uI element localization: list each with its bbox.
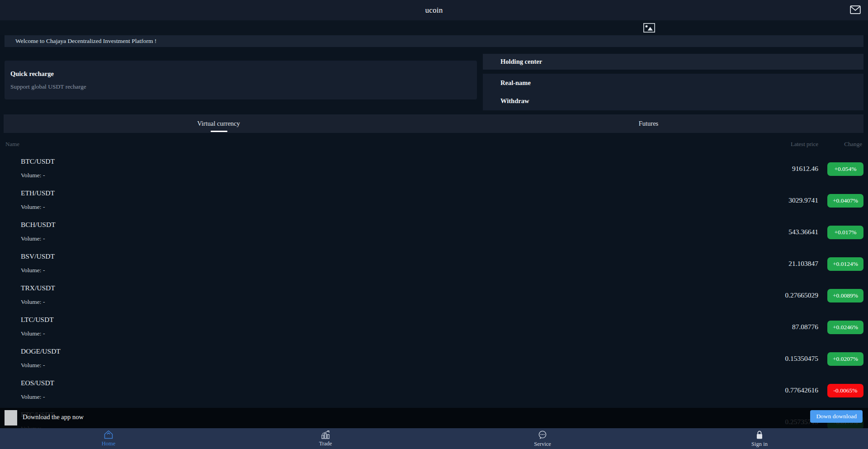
broken-image-icon — [643, 23, 655, 33]
volume: Volume: - — [21, 393, 45, 401]
nav-sign-in[interactable]: Sign in — [651, 428, 868, 449]
app-title: ucoin — [425, 6, 443, 15]
latest-price: 3029.9741 — [788, 196, 818, 204]
menu-label: Holding center — [500, 58, 542, 66]
col-name: Name — [5, 141, 19, 148]
volume: Volume: - — [21, 330, 45, 337]
pair-name: LTC/USDT — [21, 316, 54, 324]
table-header: Name Latest price Change — [0, 141, 868, 148]
mail-icon[interactable] — [850, 5, 861, 14]
change-badge: +0.0246% — [827, 321, 863, 334]
market-tabs: Virtual currency Futures — [4, 114, 863, 133]
top-bar: ucoin — [0, 0, 868, 20]
volume: Volume: - — [21, 172, 45, 179]
quick-recharge-title: Quick recharge — [10, 70, 471, 78]
app-icon-placeholder — [5, 410, 17, 425]
col-latest-price: Latest price — [791, 141, 818, 148]
pair-name: BCH/USDT — [21, 221, 56, 229]
market-row[interactable]: TRX/USDT Volume: - 0.27665029 +0.0089% — [0, 280, 868, 312]
volume: Volume: - — [21, 235, 45, 242]
nav-label: Trade — [319, 440, 332, 447]
change-badge: +0.0124% — [827, 257, 863, 271]
menu-label: Real-name — [500, 79, 531, 87]
notice-text: Welcome to Chajaya Decentralized Investm… — [15, 38, 156, 45]
latest-price: 0.15350475 — [785, 354, 818, 363]
trade-icon — [321, 430, 330, 439]
latest-price: 21.103847 — [788, 260, 818, 268]
market-row[interactable]: BSV/USDT Volume: - 21.103847 +0.0124% — [0, 248, 868, 280]
latest-price: 91612.46 — [792, 165, 818, 173]
nav-label: Sign in — [751, 441, 768, 448]
nav-service[interactable]: Service — [434, 428, 651, 449]
notice-bar: Welcome to Chajaya Decentralized Investm… — [5, 35, 863, 47]
tab-futures[interactable]: Futures — [434, 114, 863, 133]
volume: Volume: - — [21, 298, 45, 306]
menu-item-withdraw[interactable]: Withdraw — [483, 92, 863, 110]
pair-name: ETH/USDT — [21, 189, 55, 197]
volume: Volume: - — [21, 203, 45, 211]
pair-name: BSV/USDT — [21, 252, 55, 260]
download-app-bar: Download the app now Down download — [0, 408, 868, 428]
banner-carousel — [0, 20, 868, 35]
nav-trade[interactable]: Trade — [217, 428, 434, 449]
change-badge: +0.0207% — [827, 352, 863, 366]
market-row[interactable]: ETH/USDT Volume: - 3029.9741 +0.0407% — [0, 185, 868, 217]
pair-name: BTC/USDT — [21, 157, 55, 165]
latest-price: 543.36641 — [788, 228, 818, 236]
market-row[interactable]: LTC/USDT Volume: - 87.08776 +0.0246% — [0, 312, 868, 343]
lock-icon — [755, 430, 764, 440]
nav-label: Service — [534, 441, 551, 448]
tab-label: Virtual currency — [197, 120, 240, 128]
tab-label: Futures — [639, 120, 659, 128]
market-row[interactable]: DOGE/USDT Volume: - 0.15350475 +0.0207% — [0, 343, 868, 375]
volume: Volume: - — [21, 267, 45, 274]
tab-virtual-currency[interactable]: Virtual currency — [4, 114, 434, 133]
change-badge: +0.017% — [827, 226, 863, 239]
col-change: Change — [844, 141, 862, 148]
menu-item-real-name[interactable]: Real-name — [483, 74, 863, 92]
nav-label: Home — [102, 440, 116, 447]
quick-recharge-subtitle: Support global USDT recharge — [10, 83, 471, 90]
pair-name: DOGE/USDT — [21, 347, 61, 355]
download-text: Download the app now — [23, 413, 84, 421]
menu-label: Withdraw — [500, 97, 529, 105]
latest-price: 87.08776 — [792, 323, 818, 331]
change-badge: +0.0407% — [827, 194, 863, 208]
bottom-nav: Home Trade Service — [0, 428, 868, 449]
market-row[interactable]: BTC/USDT Volume: - 91612.46 +0.054% — [0, 153, 868, 185]
quick-recharge-card[interactable]: Quick recharge Support global USDT recha… — [5, 61, 477, 99]
change-badge: +0.054% — [827, 162, 863, 176]
latest-price: 0.27665029 — [785, 291, 818, 299]
change-badge: -0.0065% — [827, 384, 863, 397]
nav-home[interactable]: Home — [0, 428, 217, 449]
pair-name: EOS/USDT — [21, 379, 54, 387]
market-row[interactable]: EOS/USDT Volume: - 0.77642616 -0.0065% — [0, 375, 868, 406]
service-icon — [538, 430, 547, 440]
market-row[interactable]: BCH/USDT Volume: - 543.36641 +0.017% — [0, 217, 868, 248]
home-icon — [104, 430, 113, 439]
market-list: BTC/USDT Volume: - 91612.46 +0.054% ETH/… — [0, 153, 868, 438]
volume: Volume: - — [21, 362, 45, 369]
download-button[interactable]: Down download — [810, 410, 863, 423]
change-badge: +0.0089% — [827, 289, 863, 302]
latest-price: 0.77642616 — [785, 386, 818, 394]
side-menu-block: Real-name Withdraw — [483, 74, 863, 110]
menu-item-holding-center[interactable]: Holding center — [483, 54, 863, 70]
pair-name: TRX/USDT — [21, 284, 55, 292]
